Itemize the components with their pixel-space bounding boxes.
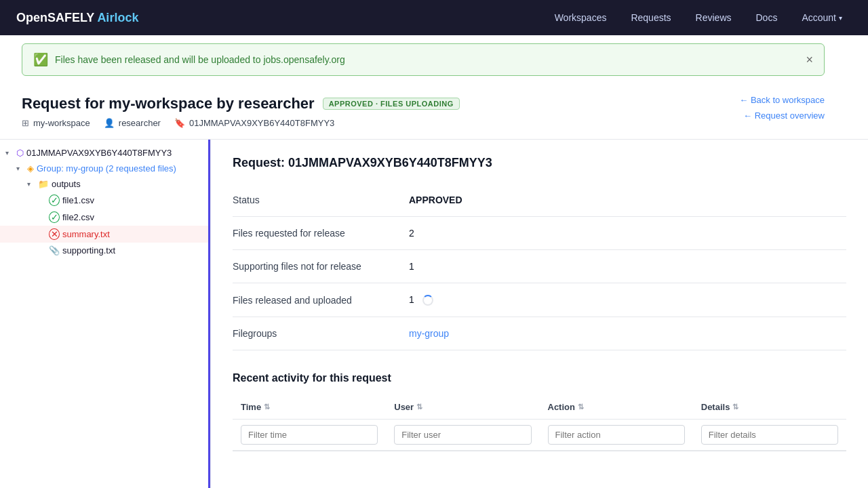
- back-to-workspace-link[interactable]: ← Back to workspace: [739, 95, 825, 105]
- group-icon: ◈: [27, 163, 34, 174]
- file-name: supporting.txt: [62, 245, 203, 256]
- id-icon: 🔖: [174, 118, 185, 128]
- alert-message: Files have been released and will be upl…: [55, 54, 345, 65]
- page-header: Request for my-workspace by researcher A…: [0, 84, 846, 139]
- collapse-icon: ▾: [27, 180, 35, 188]
- root-label: 01JMMAPVAX9XYB6Y440T8FMYY3: [26, 148, 203, 158]
- tree-file-supportingtxt[interactable]: 📎 supporting.txt: [0, 243, 208, 258]
- success-alert: ✅ Files have been released and will be u…: [22, 43, 825, 76]
- filegroups-label: Filegroups: [233, 317, 409, 350]
- navbar: OpenSAFELY Airlock Workspaces Requests R…: [0, 0, 868, 35]
- activity-filter-row: [233, 420, 846, 451]
- filegroups-value: my-group: [409, 317, 846, 350]
- researcher-name: researcher: [119, 118, 161, 128]
- activity-table: Time ⇅ User ⇅: [233, 395, 846, 451]
- nav-reviews[interactable]: Reviews: [686, 8, 741, 27]
- filter-action-cell: [540, 420, 693, 451]
- filter-time-cell: [233, 420, 386, 451]
- request-info-table: Status APPROVED Files requested for rele…: [233, 184, 846, 350]
- request-id: 01JMMAPVAX9XYB6Y440T8FMYY3: [189, 118, 334, 128]
- files-released-count: 1: [409, 294, 414, 305]
- supporting-files-label: Supporting files not for release: [233, 250, 409, 283]
- supporting-files-value: 1: [409, 250, 846, 283]
- page-actions: ← Back to workspace ← Request overview: [739, 95, 825, 121]
- files-requested-row: Files requested for release 2: [233, 217, 846, 250]
- filter-user-cell: [386, 420, 539, 451]
- filegroup-link[interactable]: my-group: [409, 328, 449, 339]
- user-icon: 👤: [104, 118, 115, 128]
- page-title: Request for my-workspace by researcher A…: [22, 95, 739, 113]
- action-label: Action: [548, 402, 575, 412]
- workspace-name: my-workspace: [33, 118, 90, 128]
- alert-content: ✅ Files have been released and will be u…: [33, 52, 345, 67]
- tree-file-file2csv[interactable]: ✓ file2.csv: [0, 209, 208, 226]
- filter-time-input[interactable]: [241, 425, 378, 445]
- status-row: Status APPROVED: [233, 184, 846, 217]
- files-released-row: Files released and uploaded 1: [233, 283, 846, 317]
- brand-open: Open: [16, 11, 47, 25]
- tree-root-item[interactable]: ▾ ⬡ 01JMMAPVAX9XYB6Y440T8FMYY3: [0, 145, 208, 161]
- root-icon: ⬡: [16, 148, 24, 158]
- tree-file-summarytxt[interactable]: ✕ summary.txt: [0, 226, 208, 243]
- file-name: file2.csv: [62, 212, 203, 222]
- account-label: Account: [802, 12, 836, 23]
- check-circle-icon: ✅: [33, 52, 48, 67]
- alert-close-button[interactable]: ×: [806, 53, 813, 67]
- brand-airlock: Airlock: [97, 11, 138, 25]
- files-requested-label: Files requested for release: [233, 217, 409, 250]
- workspace-meta: ⊞ my-workspace: [22, 118, 90, 128]
- file-approved-icon: ✓: [49, 195, 60, 206]
- main-layout: ▾ ⬡ 01JMMAPVAX9XYB6Y440T8FMYY3 ▾ ◈ Group…: [0, 140, 868, 488]
- filegroups-row: Filegroups my-group: [233, 317, 846, 350]
- tree-folder-outputs[interactable]: ▾ 📁 outputs: [0, 176, 208, 192]
- details-column-header[interactable]: Details ⇅: [693, 395, 846, 420]
- files-released-label: Files released and uploaded: [233, 283, 409, 317]
- time-column-header[interactable]: Time ⇅: [233, 395, 386, 420]
- main-content: Request: 01JMMAPVAX9XYB6Y440T8FMYY3 Stat…: [210, 140, 868, 488]
- file-rejected-icon: ✕: [49, 228, 60, 240]
- file-name: file1.csv: [62, 195, 203, 205]
- status-badge: APPROVED · FILES UPLOADING: [323, 98, 460, 110]
- user-sort-icon: ⇅: [416, 403, 422, 411]
- file-tree-sidebar: ▾ ⬡ 01JMMAPVAX9XYB6Y440T8FMYY3 ▾ ◈ Group…: [0, 140, 210, 488]
- nav-requests[interactable]: Requests: [621, 8, 680, 27]
- page-title-text: Request for my-workspace by researcher: [22, 95, 315, 113]
- files-released-value: 1: [409, 283, 846, 317]
- details-label: Details: [701, 402, 730, 412]
- alert-container: ✅ Files have been released and will be u…: [0, 35, 846, 84]
- collapse-icon: ▾: [5, 149, 14, 157]
- title-area: Request for my-workspace by researcher A…: [22, 95, 739, 139]
- page-meta: ⊞ my-workspace 👤 researcher 🔖 01JMMAPVAX…: [22, 118, 739, 139]
- brand-safely: SAFELY: [47, 11, 94, 25]
- activity-section-title: Recent activity for this request: [233, 372, 846, 384]
- time-sort-icon: ⇅: [264, 403, 270, 411]
- filter-action-input[interactable]: [548, 425, 685, 445]
- folder-icon: 📁: [38, 179, 49, 189]
- file-approved-icon: ✓: [49, 211, 60, 223]
- file-name: summary.txt: [62, 229, 203, 239]
- brand-logo[interactable]: OpenSAFELY Airlock: [16, 11, 138, 25]
- folder-label: outputs: [52, 179, 203, 189]
- request-overview-link[interactable]: ← Request overview: [743, 110, 825, 121]
- action-column-header[interactable]: Action ⇅: [540, 395, 693, 420]
- workspace-icon: ⊞: [22, 118, 29, 128]
- filter-details-input[interactable]: [701, 425, 838, 445]
- account-menu[interactable]: Account ▾: [792, 8, 852, 27]
- header-section: ✅ Files have been released and will be u…: [0, 35, 868, 140]
- time-label: Time: [241, 402, 261, 412]
- nav-links: Workspaces Requests Reviews Docs Account…: [545, 8, 852, 27]
- header-inner: Request for my-workspace by researcher A…: [22, 84, 825, 139]
- activity-header-row: Time ⇅ User ⇅: [233, 395, 846, 420]
- status-text: APPROVED: [409, 195, 462, 205]
- user-label: User: [394, 402, 414, 412]
- nav-workspaces[interactable]: Workspaces: [545, 8, 616, 27]
- status-label: Status: [233, 184, 409, 217]
- chevron-down-icon: ▾: [839, 14, 842, 22]
- filter-user-input[interactable]: [394, 425, 531, 445]
- group-label[interactable]: Group: my-group (2 requested files): [37, 163, 203, 174]
- tree-group-item[interactable]: ▾ ◈ Group: my-group (2 requested files): [0, 161, 208, 176]
- user-column-header[interactable]: User ⇅: [386, 395, 539, 420]
- tree-file-file1csv[interactable]: ✓ file1.csv: [0, 192, 208, 209]
- file-supporting-icon: 📎: [49, 245, 60, 256]
- nav-docs[interactable]: Docs: [747, 8, 787, 27]
